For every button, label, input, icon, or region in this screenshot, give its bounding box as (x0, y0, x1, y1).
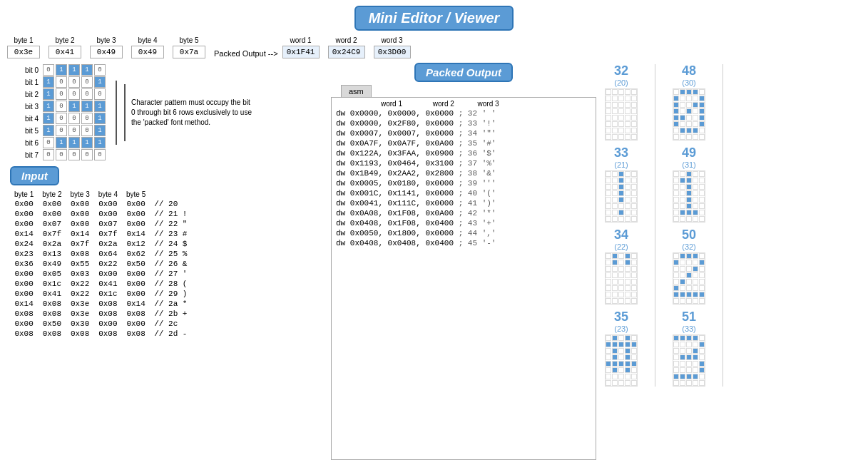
word-input-3[interactable] (374, 46, 411, 58)
packed-comment-2: ; 34 '"' (459, 129, 496, 138)
char-number: 35 (614, 310, 628, 323)
input-cell-r1-c5: // 21 ! (150, 209, 191, 219)
word-outputs-container: word 1word 2word 3 (282, 36, 415, 58)
char-pixel-r7-c0 (606, 134, 611, 140)
packed-output-arrow: Packed Output --> (214, 36, 278, 58)
bit-cell-r3-c1[interactable]: 0 (56, 101, 67, 112)
table-row: 0x000x050x030x000x00// 27 ' (10, 269, 191, 279)
bit-cell-r5-c1[interactable]: 0 (56, 125, 67, 136)
char-pixel-r2-c4 (699, 102, 705, 108)
char-pixel-r2-c3 (693, 348, 698, 354)
char-pixel-r1-c1 (612, 342, 618, 347)
byte-input-3[interactable] (90, 46, 123, 58)
char-pixel-r6-c3 (625, 210, 630, 215)
bit-cell-r1-c0[interactable]: 1 (43, 76, 54, 88)
table-row: 0x080x080x080x080x08// 2d - (10, 329, 191, 339)
bit-cell-r1-c1[interactable]: 0 (56, 76, 67, 88)
char-pixel-r1-c2 (618, 260, 624, 265)
bit-cell-r0-c0[interactable]: 0 (43, 64, 54, 76)
packed-row-7: dw 0x0005, 0x0180, 0x0000 ; 39 ''' (335, 178, 593, 188)
bit-cell-r7-c0[interactable]: 0 (43, 149, 54, 160)
char-pixel-r5-c2 (618, 285, 624, 291)
char-pixel-r3-c3 (625, 272, 630, 278)
bit-cell-r3-c0[interactable]: 1 (43, 101, 54, 112)
bit-cell-r6-c1[interactable]: 1 (56, 137, 67, 148)
word-input-1[interactable] (282, 46, 320, 58)
bit-cell-r5-c3[interactable]: 0 (81, 125, 93, 136)
bit-cell-r1-c4[interactable]: 1 (94, 76, 106, 88)
char-pixel-r7-c0 (673, 380, 679, 386)
bit-cell-r5-c0[interactable]: 1 (43, 125, 54, 136)
char-pixel-r0-c0 (673, 335, 679, 341)
bit-rows: bit 001110bit 110001bit 210000bit 310111… (17, 64, 106, 160)
char-pixel-r1-c4 (699, 96, 705, 101)
char-pixel-r3-c0 (606, 272, 611, 278)
char-pixel-r7-c4 (699, 134, 705, 140)
asm-tab[interactable]: asm (341, 85, 372, 97)
char-pixel-r5-c4 (699, 285, 705, 291)
packed-comment-8: ; 40 '(' (459, 189, 496, 198)
bit-cell-r5-c2[interactable]: 0 (68, 125, 80, 136)
bit-cell-r4-c1[interactable]: 0 (56, 113, 67, 124)
bit-cell-r7-c4[interactable]: 0 (94, 149, 106, 160)
char-pixel-r2-c3 (693, 266, 698, 272)
bit-cell-r0-c4[interactable]: 0 (94, 64, 106, 76)
byte-input-4[interactable] (131, 46, 164, 58)
bit-cell-r2-c0[interactable]: 1 (43, 88, 54, 100)
char-pixel-r0-c0 (606, 171, 611, 177)
char-pixel-r2-c0 (673, 102, 679, 108)
char-pixel-r5-c1 (612, 285, 618, 291)
input-cell-r6-c5: // 26 & (150, 259, 191, 269)
bit-cell-r2-c2[interactable]: 0 (68, 88, 80, 100)
bit-cell-r0-c2[interactable]: 1 (68, 64, 80, 76)
input-cell-r5-c4: 0x62 (122, 249, 150, 259)
bit-cell-r1-c2[interactable]: 0 (68, 76, 80, 88)
bit-cell-r2-c1[interactable]: 0 (56, 88, 67, 100)
char-pixel-r3-c0 (606, 190, 611, 196)
char-pixel-r0-c2 (618, 89, 624, 95)
packed-row-10: dw 0x0A08, 0x1F08, 0x0A00 ; 42 '*' (335, 208, 593, 218)
byte-input-2[interactable] (48, 46, 81, 58)
bit-cell-r4-c2[interactable]: 0 (68, 113, 80, 124)
table-row: dw 0x0000, 0x0000, 0x0000 ; 32 ' ' (335, 108, 593, 118)
bit-cell-r2-c4[interactable]: 0 (94, 88, 106, 100)
char-pixel-r2-c0 (673, 184, 679, 190)
bit-cell-r1-c3[interactable]: 0 (81, 76, 93, 88)
bit-cell-r0-c1[interactable]: 1 (56, 64, 67, 76)
byte-input-5[interactable] (173, 46, 205, 58)
char-pixel-r7-c1 (612, 380, 618, 386)
packed-output-label-area: Packed Output (331, 61, 596, 85)
bit-cell-r3-c4[interactable]: 1 (94, 101, 106, 112)
bit-cell-r0-c3[interactable]: 1 (81, 64, 93, 76)
bit-cell-r7-c1[interactable]: 0 (56, 149, 67, 160)
bit-cell-r7-c2[interactable]: 0 (68, 149, 80, 160)
bit-cell-r2-c3[interactable]: 0 (81, 88, 93, 100)
char-pixel-r6-c4 (699, 292, 705, 297)
char-pixel-r2-c1 (680, 266, 685, 272)
bit-cell-r3-c3[interactable]: 1 (81, 101, 93, 112)
char-pixel-r4-c2 (686, 361, 692, 367)
bit-cell-r4-c3[interactable]: 0 (81, 113, 93, 124)
bit-cell-r6-c2[interactable]: 1 (68, 137, 80, 148)
char-pixel-r5-c3 (625, 203, 630, 209)
word-input-2[interactable] (328, 46, 365, 58)
table-row: dw 0x0408, 0x0408, 0x0400 ; 45 '-' (335, 238, 593, 248)
char-pixel-r5-c4 (631, 285, 637, 291)
table-row: 0x000x070x000x070x00// 22 " (10, 219, 191, 229)
bit-cell-r4-c4[interactable]: 1 (94, 113, 106, 124)
char-pixel-r1-c4 (699, 178, 705, 183)
bit-cell-r4-c0[interactable]: 1 (43, 113, 54, 124)
char-pixel-r3-c3 (625, 354, 630, 360)
char-pixel-r1-c0 (606, 342, 611, 347)
bit-cell-r3-c2[interactable]: 1 (68, 101, 80, 112)
bit-cell-r5-c4[interactable]: 1 (94, 125, 106, 136)
bit-cell-r7-c3[interactable]: 0 (81, 149, 93, 160)
bit-cell-r6-c3[interactable]: 1 (81, 137, 93, 148)
byte-input-1[interactable] (7, 46, 40, 58)
char-pixel-r6-c1 (612, 292, 618, 297)
bit-cell-r6-c4[interactable]: 1 (94, 137, 106, 148)
packed-comment-5: ; 37 '%' (459, 159, 496, 168)
packed-row-2: dw 0x0007, 0x0007, 0x0000 ; 34 '"' (335, 128, 593, 138)
bit-cell-r6-c0[interactable]: 0 (43, 137, 54, 148)
char-pixel-r2-c4 (631, 184, 637, 190)
